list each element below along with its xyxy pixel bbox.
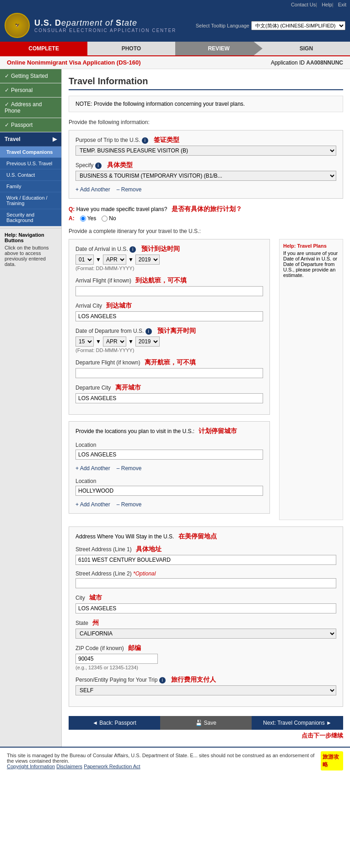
purpose-label: Purpose of Trip to the U.S. i 签证类型 [75, 136, 336, 144]
paperwork-link[interactable]: Paperwork Reduction Act [84, 764, 140, 769]
stay-address-section: Address Where You Will Stay in the U.S. … [69, 526, 343, 707]
disclaimers-link[interactable]: Disclaimers [56, 764, 82, 769]
street2-input[interactable] [75, 578, 336, 588]
specify-info-icon[interactable]: i [95, 163, 102, 169]
sidebar-item-travel[interactable]: Travel ▶ [0, 132, 61, 146]
location1-add-remove: Add Another Remove [75, 465, 263, 472]
sidebar-item-address-phone[interactable]: ✓Address and Phone [0, 98, 61, 118]
stay-address-header: Address Where You Will Stay in the U.S. … [75, 532, 336, 541]
lang-select-label: Select Tooltip Language [196, 23, 249, 28]
header: 🦅 U.S. Department of State CONSULAR ELEC… [0, 9, 350, 42]
footer-text: This site is managed by the Bureau of Co… [7, 753, 321, 769]
location2-add-another[interactable]: Add Another [75, 501, 110, 508]
departure-day-select[interactable]: 15 [75, 336, 94, 347]
section-label: Provide the following information: [69, 119, 343, 125]
tab-complete[interactable]: COMPLETE [0, 42, 87, 55]
contact-us-link[interactable]: Contact Us [291, 2, 316, 7]
street2-label: Street Address (Line 2) *Optional [75, 570, 336, 577]
note-box: NOTE: Provide the following information … [69, 96, 343, 112]
help-link[interactable]: Help [322, 2, 332, 7]
agency-line1: U.S. Department of State [34, 18, 176, 28]
specify-select[interactable]: BUSINESS & TOURISM (TEMPORARY VISITOR) (… [75, 171, 336, 181]
tab-review[interactable]: REVIEW [175, 42, 263, 55]
departure-date-info[interactable]: i [145, 328, 152, 335]
location1-input[interactable] [75, 450, 263, 460]
paying-group: Person/Entity Paying for Your Trip i 旅行费… [75, 676, 336, 695]
save-button[interactable]: 💾 Save [160, 716, 252, 730]
location1-group: Location [75, 442, 263, 460]
departure-month-select[interactable]: APR [103, 336, 126, 347]
footer: This site is managed by the Bureau of Co… [0, 747, 350, 774]
agency-line2: CONSULAR ELECTRONIC APPLICATION CENTER [34, 28, 176, 33]
exit-link[interactable]: Exit [338, 2, 346, 7]
location2-input[interactable] [75, 486, 263, 496]
sidebar-item-passport[interactable]: ✓Passport [0, 118, 61, 132]
purpose-remove[interactable]: Remove [117, 186, 142, 193]
city-input[interactable] [75, 603, 336, 613]
itinerary-layout: Date of Arrival in U.S. i 预计到达时间 01 ▼ AP… [69, 239, 343, 520]
sidebar-help-box: Help: Navigation Buttons Click on the bu… [0, 228, 61, 271]
app-id-display: Application ID AA008NNUNC [271, 60, 343, 66]
sidebar-item-getting-started[interactable]: ✓Getting Started [0, 69, 61, 83]
arrival-city-label: Arrival City 到达城市 [75, 302, 263, 310]
arrival-city-input[interactable] [75, 311, 263, 321]
location2-group: Location [75, 478, 263, 496]
paying-select[interactable]: SELF OTHER PERSON OTHER COMPANY [75, 685, 336, 695]
location2-add-remove: Add Another Remove [75, 501, 263, 508]
state-label: State 州 [75, 619, 336, 627]
content-area: Travel Information NOTE: Provide the fol… [62, 69, 350, 747]
paying-label: Person/Entity Paying for Your Trip i 旅行费… [75, 676, 336, 684]
divider2: | [332, 2, 334, 7]
travel-plans-no-radio[interactable] [102, 216, 108, 222]
street2-group: Street Address (Line 2) *Optional [75, 570, 336, 588]
city-label: City 城市 [75, 594, 336, 602]
back-button[interactable]: ◄ Back: Passport [69, 716, 160, 730]
state-select[interactable]: CALIFORNIA NEW YORK TEXAS FLORIDA [75, 629, 336, 639]
zip-label: ZIP Code (if known) 邮编 [75, 644, 336, 652]
location2-remove[interactable]: Remove [117, 501, 142, 508]
sidebar-sub-us-contact[interactable]: U.S. Contact [0, 169, 61, 181]
lang-select-dropdown[interactable]: 中文(简体) (CHINESE-SIMPLIFIED) [251, 21, 345, 30]
tab-sign[interactable]: SIGN [263, 42, 350, 55]
sidebar-sub-previous-travel[interactable]: Previous U.S. Travel [0, 158, 61, 169]
travel-plans-yes-radio[interactable] [80, 216, 86, 222]
purpose-add-another[interactable]: Add Another [75, 186, 110, 193]
sidebar-sub-work-education[interactable]: Work / Education / Training [0, 192, 61, 209]
agency-name: U.S. Department of State CONSULAR ELECTR… [34, 18, 176, 33]
departure-date-label: Date of Departure from U.S. i 预计离开时间 [75, 327, 263, 335]
tab-photo[interactable]: PHOTO [87, 42, 175, 55]
zip-input[interactable] [75, 654, 158, 664]
arrival-date-label: Date of Arrival in U.S. i 预计到达时间 [75, 245, 263, 253]
departure-date-group: Date of Departure from U.S. i 预计离开时间 15 … [75, 327, 263, 353]
purpose-select[interactable]: TEMP. BUSINESS PLEASURE VISITOR (B) [75, 146, 336, 156]
arrival-day-select[interactable]: 01 [75, 255, 94, 265]
location1-add-another[interactable]: Add Another [75, 465, 110, 472]
purpose-info-icon[interactable]: i [142, 137, 148, 144]
top-bar: Contact Us | Help | Exit [0, 0, 350, 9]
arrival-flight-input[interactable] [75, 286, 263, 296]
departure-flight-input[interactable] [75, 368, 263, 378]
sidebar-sub-menu: Travel Companions Previous U.S. Travel U… [0, 146, 61, 226]
arrival-date-section: Date of Arrival in U.S. i 预计到达时间 01 ▼ AP… [69, 239, 270, 415]
main-layout: ✓Getting Started ✓Personal ✓Address and … [0, 69, 350, 747]
specify-group: Specify i 具体类型 BUSINESS & TOURISM (TEMPO… [75, 161, 336, 181]
arrival-year-select[interactable]: 2019 [135, 255, 160, 265]
form-title: Online Nonimmigrant Visa Application (DS… [7, 59, 141, 66]
street1-input[interactable] [75, 555, 336, 565]
itinerary-label: Provide a complete itinerary for your tr… [69, 228, 343, 234]
copyright-link[interactable]: Copyright Information [7, 764, 55, 769]
sidebar-sub-security[interactable]: Security and Background [0, 209, 61, 226]
arrival-month-select[interactable]: APR [103, 255, 126, 265]
location1-remove[interactable]: Remove [117, 465, 142, 472]
sidebar-sub-family[interactable]: Family [0, 181, 61, 192]
sidebar-item-personal[interactable]: ✓Personal [0, 83, 61, 98]
sidebar-sub-travel-companions[interactable]: Travel Companions [0, 146, 61, 158]
departure-city-input[interactable] [75, 393, 263, 403]
arrival-date-info[interactable]: i [129, 246, 136, 253]
paying-info-icon[interactable]: i [159, 677, 166, 684]
travel-plans-qa: Q: Have you made specific travel plans? … [69, 205, 343, 222]
travel-plans-yes-label: Yes [80, 215, 97, 222]
next-button[interactable]: Next: Travel Companions ► [252, 716, 343, 730]
departure-year-select[interactable]: 2019 [135, 336, 160, 347]
nav-tabs: COMPLETE PHOTO REVIEW SIGN [0, 42, 350, 56]
